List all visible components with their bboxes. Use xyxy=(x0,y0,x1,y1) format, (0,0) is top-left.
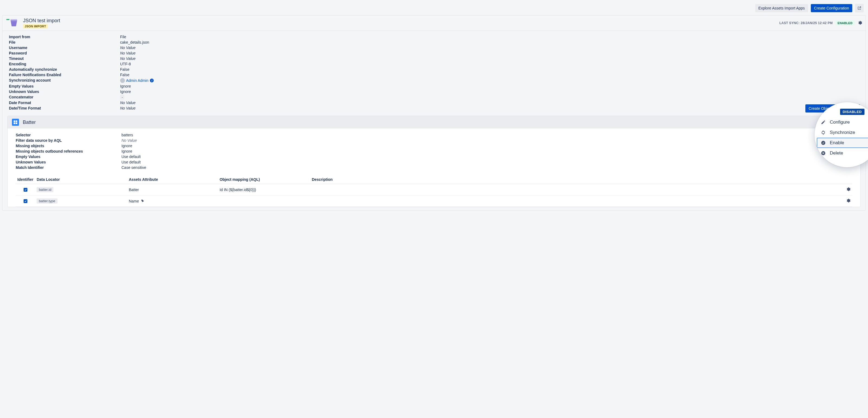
svg-rect-2 xyxy=(13,120,15,122)
ot-label: Missing objects outbound references xyxy=(16,149,121,154)
col-assets-attribute: Assets Attribute xyxy=(127,175,218,184)
avatar xyxy=(120,78,125,83)
sync-icon xyxy=(820,130,826,135)
svg-point-6 xyxy=(822,141,826,145)
table-row: batter.type Name xyxy=(16,195,852,207)
explore-apps-button[interactable]: Explore Assets Import Apps xyxy=(755,4,808,12)
row-settings-gear-icon[interactable] xyxy=(846,188,851,192)
svg-rect-0 xyxy=(6,19,9,20)
object-type-icon xyxy=(12,119,19,126)
ot-label: Unknown Values xyxy=(16,160,121,164)
detail-value: No Value xyxy=(120,56,135,61)
col-data-locator: Data Locator xyxy=(35,175,127,184)
pencil-icon xyxy=(820,120,826,125)
svg-rect-4 xyxy=(13,123,15,124)
col-identifier: Identifier xyxy=(16,175,35,184)
detail-value: No Value xyxy=(120,106,135,110)
detail-label: Date/Time Format xyxy=(9,106,120,110)
ot-label: Filter data source by AQL xyxy=(16,138,121,142)
attribute-mapping-table: Identifier Data Locator Assets Attribute… xyxy=(16,175,852,207)
ot-value: Ignore xyxy=(121,144,132,148)
ot-value: Case sensitive xyxy=(121,165,146,170)
ot-value: No Value xyxy=(121,138,137,142)
svg-rect-3 xyxy=(16,120,17,122)
svg-rect-1 xyxy=(10,19,17,20)
config-settings-gear-icon[interactable] xyxy=(858,20,862,26)
assets-attribute-cell: Batter xyxy=(127,184,218,195)
detail-label: Unknown Values xyxy=(9,90,120,94)
detail-value: No Value xyxy=(120,101,135,105)
check-circle-icon xyxy=(820,140,826,146)
detail-value: No Value xyxy=(120,51,135,55)
ot-value: batters xyxy=(121,133,133,137)
detail-value: False xyxy=(120,73,129,77)
label-tag-icon xyxy=(141,199,144,202)
detail-label: Synchronizing account xyxy=(9,78,120,83)
import-config-panel: JSON test import JSON IMPORT LAST SYNC: … xyxy=(2,15,866,211)
identifier-checkbox[interactable] xyxy=(24,188,27,192)
menu-item-enable[interactable]: Enable xyxy=(817,138,868,148)
row-settings-gear-icon[interactable] xyxy=(846,199,851,204)
detail-label: Concatenator xyxy=(9,95,120,99)
detail-label: Automatically synchronize xyxy=(9,67,120,71)
create-configuration-button[interactable]: Create Configuration xyxy=(811,4,852,12)
detail-value: Ignore xyxy=(120,90,131,94)
ot-label: Match Identifier xyxy=(16,165,121,170)
settings-dropdown-menu: Configure Synchronize Enable Delete xyxy=(815,117,868,158)
svg-rect-5 xyxy=(16,123,17,124)
detail-label: Username xyxy=(9,45,120,50)
detail-value: cake_details.json xyxy=(120,40,149,44)
data-locator-chip: batter.type xyxy=(37,198,58,203)
detail-label: Import from xyxy=(9,35,120,39)
ot-label: Missing objects xyxy=(16,144,121,148)
object-type-header: Batter xyxy=(8,116,860,128)
status-badge: ENABLED xyxy=(835,21,855,26)
import-type-badge: JSON IMPORT xyxy=(23,24,48,29)
menu-item-label: Configure xyxy=(830,120,850,125)
menu-item-label: Synchronize xyxy=(830,130,855,135)
col-description: Description xyxy=(310,175,836,184)
object-mapping-cell xyxy=(218,195,310,207)
menu-item-label: Enable xyxy=(830,140,844,146)
info-icon[interactable]: i xyxy=(150,78,154,83)
col-object-mapping: Object mapping (AQL) xyxy=(218,175,310,184)
ot-label: Selector xyxy=(16,133,121,137)
data-locator-chip: batter.id xyxy=(37,187,53,192)
detail-label: Empty Values xyxy=(9,84,120,88)
ot-value: Ignore xyxy=(121,149,132,154)
concatenator-value: - xyxy=(120,95,124,99)
topbar: Explore Assets Import Apps Create Config… xyxy=(1,1,867,15)
detail-label: Date Format xyxy=(9,101,120,105)
table-row: batter.id Batter Id IN (${batter.id${0}}… xyxy=(16,184,852,195)
import-type-icon xyxy=(6,18,19,29)
ot-label: Empty Values xyxy=(16,155,121,159)
menu-item-configure[interactable]: Configure xyxy=(817,117,868,127)
detail-label: Encoding xyxy=(9,62,120,66)
sync-account-user-link[interactable]: Admin Admin xyxy=(126,78,148,83)
config-header: JSON test import JSON IMPORT LAST SYNC: … xyxy=(2,15,866,31)
identifier-checkbox[interactable] xyxy=(24,199,27,203)
menu-item-delete[interactable]: Delete xyxy=(817,148,868,158)
open-external-icon[interactable] xyxy=(855,4,864,12)
detail-value: Ignore xyxy=(120,84,131,88)
detail-label: Password xyxy=(9,51,120,55)
status-badge-disabled: DISABLED xyxy=(840,109,865,115)
config-title: JSON test import xyxy=(23,18,60,24)
detail-label: File xyxy=(9,40,120,44)
detail-label: Failure Notifications Enabled xyxy=(9,73,120,77)
detail-value: File xyxy=(120,35,126,39)
object-type-title: Batter xyxy=(23,120,36,125)
detail-value: No Value xyxy=(120,45,135,50)
menu-item-label: Delete xyxy=(830,151,843,156)
ot-value: Use default xyxy=(121,160,141,164)
last-sync-label: LAST SYNC: 28/JAN/25 12:42 PM xyxy=(779,21,833,25)
config-details: Import fromFile Filecake_details.json Us… xyxy=(2,31,866,116)
detail-value: False xyxy=(120,67,129,71)
object-type-panel: Batter Selectorbatters Filter data sourc… xyxy=(7,116,861,207)
ot-value: Use default xyxy=(121,155,141,159)
detail-label: Timeout xyxy=(9,56,120,61)
assets-attribute-cell: Name xyxy=(127,195,218,207)
menu-item-synchronize[interactable]: Synchronize xyxy=(817,127,868,138)
detail-value: UTF-8 xyxy=(120,62,131,66)
object-mapping-cell: Id IN (${batter.id${0}}) xyxy=(218,184,310,195)
